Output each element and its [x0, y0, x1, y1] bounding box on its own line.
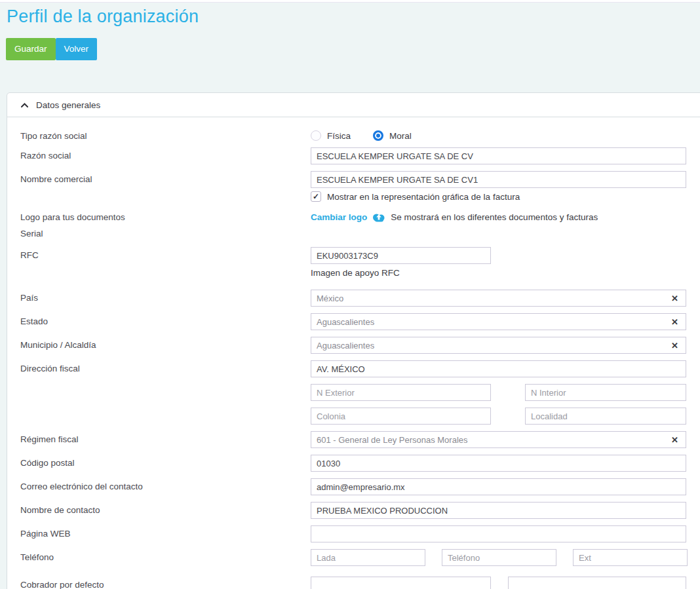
checkbox-label: Mostrar en la representación gráfica de …	[327, 192, 520, 202]
form-row-nombre-contacto: Nombre de contacto	[20, 502, 700, 519]
direccion-fiscal-input[interactable]	[311, 360, 686, 377]
pais-select[interactable]: México ✕	[311, 290, 686, 307]
field-label: Logo para tus documentos	[20, 209, 311, 222]
radio-moral[interactable]: Moral	[373, 130, 412, 141]
field-label: País	[20, 290, 311, 303]
logo-note: Se mostrará en los diferentes documentos…	[391, 212, 598, 222]
panel-body: Tipo razón social Física Moral Razón soc…	[7, 117, 700, 589]
colonia-input[interactable]	[311, 408, 491, 425]
form-row-nombre-comercial: Nombre comercial ✓ Mostrar en la represe…	[20, 171, 700, 202]
correo-contacto-input[interactable]	[311, 478, 686, 495]
cloud-upload-icon[interactable]	[372, 212, 386, 223]
field-label: Nombre comercial	[20, 171, 311, 184]
form-row-pagina-web: Página WEB	[20, 525, 700, 542]
form-row-colonia-localidad	[20, 408, 700, 425]
field-label: Correo electrónico del contacto	[20, 478, 311, 491]
form-row-correo-contacto: Correo electrónico del contacto	[20, 478, 700, 495]
pais-selected-value: México	[317, 294, 343, 303]
n-exterior-input[interactable]	[311, 384, 491, 401]
clear-icon[interactable]: ✕	[671, 318, 678, 326]
panel-title: Datos generales	[36, 100, 100, 110]
field-label: Código postal	[20, 455, 311, 468]
field-label: Municipio / Alcaldía	[20, 337, 311, 350]
clear-icon[interactable]: ✕	[671, 341, 678, 350]
radio-checked-icon[interactable]	[373, 130, 383, 141]
nombre-comercial-input[interactable]	[311, 171, 686, 188]
field-label: Teléfono	[20, 549, 311, 562]
lada-input[interactable]	[311, 549, 425, 566]
municipio-selected-value: Aguascalientes	[317, 341, 374, 351]
estado-select[interactable]: Aguascalientes ✕	[311, 313, 686, 330]
field-label-empty	[20, 384, 311, 387]
form-row-municipio: Municipio / Alcaldía Aguascalientes ✕	[20, 337, 700, 354]
nombre-contacto-input[interactable]	[311, 502, 686, 519]
radio-fisica[interactable]: Física	[311, 130, 351, 141]
cobrador-input[interactable]	[311, 577, 491, 589]
regimen-selected-value: 601 - General de Ley Personas Morales	[317, 435, 468, 445]
field-label: Razón social	[20, 147, 311, 161]
form-row-codigo-postal: Código postal	[20, 455, 700, 472]
form-row-numeros	[20, 384, 700, 401]
top-divider	[0, 0, 700, 3]
field-label: Tipo razón social	[20, 128, 311, 141]
checkbox-checked-icon[interactable]: ✓	[311, 191, 321, 202]
pagina-web-input[interactable]	[311, 525, 686, 542]
radio-label-moral: Moral	[389, 131, 412, 141]
telefono-input[interactable]	[442, 549, 556, 566]
radio-unchecked-icon[interactable]	[311, 130, 321, 141]
razon-social-input[interactable]	[311, 147, 686, 164]
chevron-up-icon	[21, 103, 28, 107]
datos-generales-panel: Datos generales Tipo razón social Física…	[7, 92, 700, 589]
form-row-pais: País México ✕	[20, 290, 700, 307]
panel-header-datos-generales[interactable]: Datos generales	[7, 93, 700, 117]
form-row-razon-social: Razón social	[20, 147, 700, 164]
field-label: RFC	[20, 247, 311, 260]
clear-icon[interactable]: ✕	[671, 436, 678, 444]
form-row-serial: Serial	[20, 229, 700, 242]
page-title: Perfil de la organización	[7, 7, 700, 27]
field-label-empty	[20, 408, 311, 411]
form-row-direccion-fiscal: Dirección fiscal	[20, 360, 700, 377]
field-label: Página WEB	[20, 525, 311, 539]
form-row-cobrador: Cobrador por defecto	[20, 577, 700, 589]
cobrador-select[interactable]	[508, 577, 686, 589]
rfc-helper-text: Imagen de apoyo RFC	[311, 268, 686, 278]
cambiar-logo-link[interactable]: Cambiar logo	[311, 212, 367, 222]
radio-label-fisica: Física	[327, 131, 351, 141]
codigo-postal-input[interactable]	[311, 455, 686, 472]
regimen-fiscal-select[interactable]: 601 - General de Ley Personas Morales ✕	[311, 431, 686, 448]
mostrar-factura-checkbox-row: ✓ Mostrar en la representación gráfica d…	[311, 191, 686, 202]
form-row-logo: Logo para tus documentos Cambiar logo Se…	[20, 209, 700, 223]
field-label: Dirección fiscal	[20, 360, 311, 373]
back-button[interactable]: Volver	[56, 38, 98, 60]
estado-selected-value: Aguascalientes	[317, 317, 374, 327]
field-label: Régimen fiscal	[20, 431, 311, 444]
toolbar: Guardar Volver	[6, 38, 700, 60]
form-row-tipo-razon-social: Tipo razón social Física Moral	[20, 128, 700, 141]
field-label: Nombre de contacto	[20, 502, 311, 515]
clear-icon[interactable]: ✕	[671, 294, 678, 303]
form-row-regimen-fiscal: Régimen fiscal 601 - General de Ley Pers…	[20, 431, 700, 448]
localidad-input[interactable]	[525, 408, 686, 425]
tipo-razon-social-radio-group: Física Moral	[311, 128, 686, 141]
n-interior-input[interactable]	[525, 384, 686, 401]
municipio-select[interactable]: Aguascalientes ✕	[311, 337, 686, 354]
form-row-telefono: Teléfono	[20, 549, 700, 566]
save-button[interactable]: Guardar	[6, 38, 56, 60]
field-label: Serial	[20, 229, 311, 238]
ext-input[interactable]	[573, 549, 688, 566]
field-label: Estado	[20, 313, 311, 326]
rfc-input[interactable]	[311, 247, 491, 264]
form-row-rfc: RFC Imagen de apoyo RFC	[20, 247, 700, 278]
form-row-estado: Estado Aguascalientes ✕	[20, 313, 700, 330]
field-label: Cobrador por defecto	[20, 577, 311, 589]
